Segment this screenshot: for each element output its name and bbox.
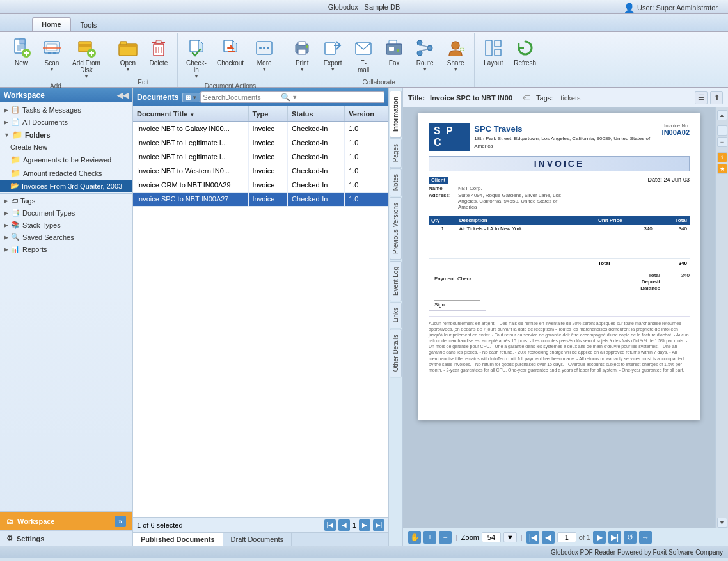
search-dropdown-arrow[interactable]: ▼ [292,94,297,100]
tab-published-docs[interactable]: Published Documents [133,533,223,546]
svg-point-45 [417,40,422,45]
sidebar-item-invoices-3rd[interactable]: 📂 Invoices From 3rd Quaiter, 2003 [0,180,132,192]
app-status-bar: Globodox PDF Reader Powered by Foxit Sof… [0,546,728,558]
col-status[interactable]: Status [288,106,345,122]
settings-nav-item[interactable]: ⚙ Settings [0,530,132,546]
next-page-btn[interactable]: ▶ [359,519,370,531]
viewer-close-btn[interactable]: ⬆ [710,91,723,104]
search-input[interactable] [203,93,280,101]
col-type[interactable]: Type [248,106,288,122]
sidebar-item-stack-types[interactable]: ▶ 📚 Stack Types [0,219,132,231]
doc-type-cell: Invoice [248,136,288,150]
tab-draft-docs[interactable]: Draft Documents [223,533,292,546]
first-page-viewer-btn[interactable]: |◀ [526,531,539,544]
sidebar-item-create-new[interactable]: Create New [0,141,132,153]
fax-button[interactable]: Fax [379,35,409,70]
doc-type-cell: Invoice [248,164,288,178]
sidebar-item-tags[interactable]: ▶ 🏷 Tags [0,195,132,207]
savedsearches-collapse-arrow: ▶ [4,234,8,241]
tab-event-log[interactable]: Event Log [390,261,402,301]
prev-page-btn[interactable]: ◀ [338,519,350,531]
share-button[interactable]: Share ▼ [441,35,470,75]
scroll-up-btn[interactable]: ▲ [717,110,727,120]
zoom-in-btn[interactable]: + [717,125,727,136]
table-row[interactable]: Invoice ORM to NBT IN00A29 Invoice Check… [133,178,388,192]
info-btn[interactable]: ℹ [717,152,727,162]
last-page-btn[interactable]: ▶| [373,519,384,531]
delete-button[interactable]: Delete [144,35,173,70]
search-icon[interactable]: 🔍 [281,93,290,102]
reload-viewer-btn[interactable]: ↺ [624,531,637,544]
tab-pages[interactable]: Pages [390,138,402,168]
next-page-viewer-btn[interactable]: ▶ [593,531,606,544]
sidebar-item-folders[interactable]: ▼ 📁 Folders [0,128,132,141]
table-row[interactable]: Invoice NBT to Legitimate I... Invoice C… [133,136,388,150]
menu-tab-tools[interactable]: Tools [71,18,107,31]
tab-notes[interactable]: Notes [390,168,402,196]
open-button[interactable]: Open ▼ [113,35,143,75]
tab-links[interactable]: Links [390,302,402,328]
tab-information[interactable]: Information [390,91,402,138]
viewer-menu-btn[interactable]: ☰ [695,91,708,104]
sidebar-item-all-docs[interactable]: ▶ 📄 All Documents [0,116,132,128]
page-current-input[interactable] [557,532,576,542]
prev-page-viewer-btn[interactable]: ◀ [542,531,555,544]
zoom-value-input[interactable] [482,532,501,542]
sidebar-item-reports[interactable]: ▶ 📊 Reports [0,243,132,255]
viewer-pan-btn[interactable]: ✋ [408,531,421,544]
export-button[interactable]: Export ▼ [318,35,347,75]
reports-icon: 📊 [11,245,20,253]
checkout-button[interactable]: Checkout [212,35,248,70]
sidebar-collapse-btn[interactable]: ◀◀ [117,91,129,100]
first-page-btn[interactable]: |◀ [324,519,336,531]
docs-search-box[interactable]: 🔍 ▼ [200,91,384,103]
deposit-summary-row: Deposit [640,279,690,285]
col-title[interactable]: Document Title ▼ [133,106,248,122]
scroll-down-btn[interactable]: ▼ [717,518,727,528]
star-btn[interactable]: ★ [717,164,727,174]
table-row[interactable]: Invoice SPC to NBT IN00A27 Invoice Check… [133,192,388,206]
fit-viewer-btn[interactable]: ↔ [639,531,652,544]
zoom-out-btn[interactable]: − [717,137,727,147]
sign-label: Sign: [434,302,446,308]
last-page-viewer-btn[interactable]: ▶| [608,531,621,544]
route-arrow: ▼ [422,67,427,72]
sidebar-item-saved-searches[interactable]: ▶ 🔍 Saved Searches [0,231,132,243]
email-button[interactable]: E-mail [349,35,378,77]
sidebar-item-amount-redacted[interactable]: 📁 Amount redacted Checks [0,166,132,180]
menu-tab-home[interactable]: Home [32,17,71,31]
more-icon [254,38,274,58]
doc-viewer-scrollable[interactable]: S P C SPC Travels 18th Park Street, Edga… [403,107,715,528]
table-row[interactable]: Invoice NBT to Legitimate I... Invoice C… [133,150,388,164]
refresh-button[interactable]: Refresh [509,35,541,70]
sidebar-expand-btn[interactable]: » [115,516,126,527]
col-version[interactable]: Version [345,106,388,122]
invoices-3rd-folder-icon: 📂 [10,182,19,190]
viewer-zoom-in-btn[interactable]: + [423,531,436,544]
table-row[interactable]: Invoice NBT to Western IN0... Invoice Ch… [133,164,388,178]
checkin-button[interactable]: Check-in ▼ [182,35,211,83]
refresh-icon [515,38,535,58]
table-row[interactable]: Invoice NBT to Galaxy IN00... Invoice Ch… [133,122,388,136]
print-button[interactable]: Print ▼ [287,35,317,75]
sidebar-item-doc-types[interactable]: ▶ 📑 Document Types [0,207,132,219]
add-from-disk-button[interactable]: Add FromDisk ▼ [68,35,105,83]
zoom-dropdown[interactable]: ▼ [503,532,517,542]
sidebar-item-agreements[interactable]: 📁 Agreements to be Reviewed [0,153,132,166]
amount-redacted-label: Amount redacted Checks [23,170,102,177]
tags-icon: 🏷 [11,197,18,205]
layout-button[interactable]: Layout [479,35,508,70]
grid-view-icon: ⊞ [186,94,191,101]
tab-previous-versions[interactable]: Previous Versions [390,197,402,260]
docs-view-toggle[interactable]: ⊞ ▼ [182,93,200,102]
workspace-nav-item[interactable]: 🗂 Workspace » [0,512,132,530]
selection-info: 1 of 6 selected [137,521,183,529]
more-button[interactable]: More ▼ [249,35,279,75]
scan-button[interactable]: Scan ▼ [37,35,67,75]
viewer-zoom-out-btn[interactable]: − [439,531,452,544]
doc-title-cell: Invoice ORM to NBT IN00A29 [133,178,248,192]
new-button[interactable]: New [6,35,36,70]
tab-other-details[interactable]: Other Details [390,329,402,377]
sidebar-item-tasks[interactable]: ▶ 📋 Tasks & Messages [0,104,132,116]
route-button[interactable]: Route ▼ [410,35,439,75]
